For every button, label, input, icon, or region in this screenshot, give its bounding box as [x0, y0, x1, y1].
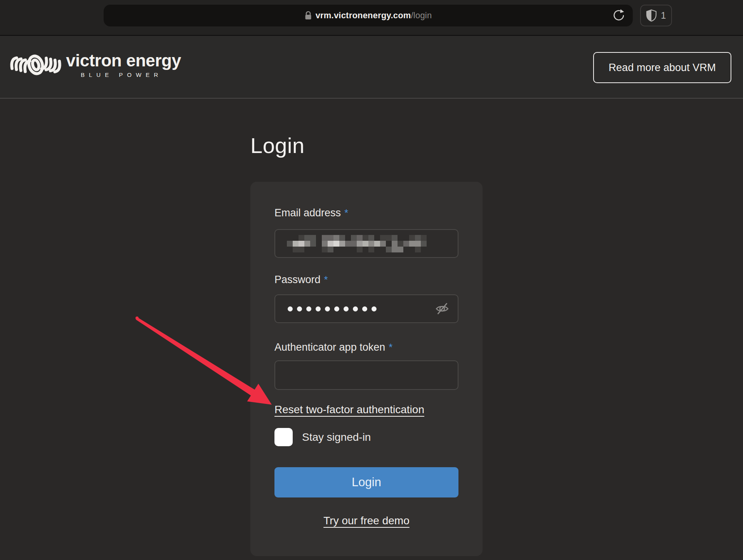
- victron-logo[interactable]: victron energy BLUE POWER: [9, 47, 181, 82]
- token-label-text: Authenticator app token: [274, 341, 385, 353]
- site-header: victron energy BLUE POWER Read more abou…: [0, 37, 743, 99]
- url-path: /login: [411, 10, 432, 20]
- url-text: vrm.victronenergy.com/login: [316, 10, 432, 21]
- password-label: Password *: [274, 273, 458, 286]
- email-field[interactable]: [274, 229, 458, 258]
- brand-text: victron energy BLUE POWER: [66, 52, 181, 78]
- reset-two-factor-link[interactable]: Reset two-factor authentication: [274, 403, 424, 416]
- authenticator-token-field[interactable]: [274, 360, 458, 390]
- password-label-text: Password: [274, 273, 321, 286]
- login-card: Email address * Password * Authenticator…: [250, 182, 483, 556]
- email-required-mark: *: [344, 207, 348, 219]
- try-free-demo-link[interactable]: Try our free demo: [323, 515, 409, 527]
- refresh-icon: [612, 9, 625, 22]
- page-title: Login: [250, 133, 305, 158]
- content-blocker-badge[interactable]: 1: [640, 5, 672, 26]
- password-required-mark: *: [324, 273, 328, 286]
- stay-signed-in-checkbox[interactable]: [274, 428, 293, 446]
- browser-chrome: vrm.victronenergy.com/login 1: [0, 0, 743, 36]
- refresh-button[interactable]: [611, 8, 627, 23]
- toggle-password-visibility-button[interactable]: [434, 301, 450, 317]
- read-more-about-vrm-button[interactable]: Read more about VRM: [593, 52, 731, 83]
- redacted-email-value: [287, 235, 432, 252]
- stay-signed-in-label: Stay signed-in: [302, 431, 371, 443]
- demo-row: Try our free demo: [274, 515, 458, 527]
- password-field[interactable]: [274, 294, 458, 323]
- login-button[interactable]: Login: [274, 467, 458, 497]
- eye-slash-icon: [435, 302, 450, 316]
- masked-password-value: [288, 306, 377, 311]
- url-host: vrm.victronenergy.com: [316, 10, 411, 20]
- token-label: Authenticator app token *: [274, 341, 458, 353]
- stay-signed-in-row: Stay signed-in: [274, 428, 458, 446]
- email-label-text: Email address: [274, 207, 341, 219]
- email-label: Email address *: [274, 207, 458, 219]
- victron-logo-mark-icon: [9, 47, 63, 82]
- token-required-mark: *: [389, 341, 392, 353]
- brand-name: victron energy: [66, 52, 181, 69]
- shield-icon: [646, 9, 657, 22]
- brand-tagline: BLUE POWER: [66, 72, 181, 78]
- lock-icon: [305, 11, 312, 20]
- address-bar[interactable]: vrm.victronenergy.com/login: [104, 5, 633, 26]
- blocked-count: 1: [661, 10, 666, 21]
